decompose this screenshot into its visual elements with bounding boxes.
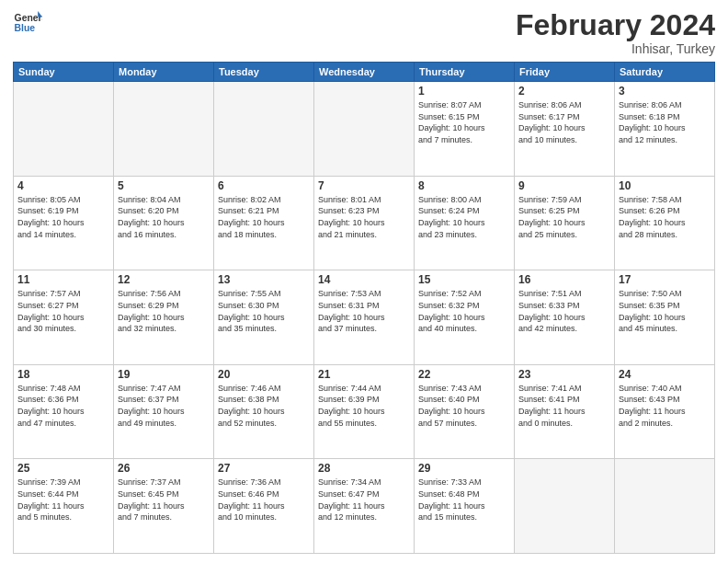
page: General Blue February 2024 Inhisar, Turk…: [0, 0, 728, 563]
table-row: 14Sunrise: 7:53 AMSunset: 6:31 PMDayligh…: [314, 270, 415, 365]
day-number: 14: [318, 273, 410, 286]
day-number: 6: [218, 179, 310, 192]
calendar-week-row: 18Sunrise: 7:48 AMSunset: 6:36 PMDayligh…: [14, 364, 715, 459]
day-info: Sunrise: 7:43 AMSunset: 6:40 PMDaylight:…: [418, 383, 510, 429]
day-number: 8: [418, 179, 510, 192]
table-row: 21Sunrise: 7:44 AMSunset: 6:39 PMDayligh…: [314, 364, 415, 459]
table-row: 5Sunrise: 8:04 AMSunset: 6:20 PMDaylight…: [114, 176, 214, 270]
day-number: 29: [418, 462, 510, 475]
day-number: 28: [318, 462, 410, 475]
day-info: Sunrise: 7:55 AMSunset: 6:30 PMDaylight:…: [218, 288, 310, 334]
day-info: Sunrise: 8:06 AMSunset: 6:18 PMDaylight:…: [619, 99, 711, 145]
day-info: Sunrise: 7:36 AMSunset: 6:46 PMDaylight:…: [218, 477, 310, 523]
day-info: Sunrise: 7:40 AMSunset: 6:43 PMDaylight:…: [619, 383, 711, 429]
table-row: [14, 82, 114, 177]
logo-icon: General Blue: [13, 9, 42, 35]
main-title: February 2024: [516, 9, 715, 41]
day-number: 22: [418, 368, 510, 381]
day-info: Sunrise: 7:59 AMSunset: 6:25 PMDaylight:…: [518, 194, 610, 240]
day-info: Sunrise: 7:56 AMSunset: 6:29 PMDaylight:…: [118, 288, 210, 334]
table-row: 10Sunrise: 7:58 AMSunset: 6:26 PMDayligh…: [615, 176, 715, 270]
header-friday: Friday: [515, 63, 615, 82]
table-row: 3Sunrise: 8:06 AMSunset: 6:18 PMDaylight…: [615, 82, 715, 177]
day-number: 16: [518, 273, 610, 286]
day-number: 19: [118, 368, 210, 381]
subtitle: Inhisar, Turkey: [516, 41, 715, 56]
day-number: 23: [518, 368, 610, 381]
day-number: 12: [118, 273, 210, 286]
table-row: 15Sunrise: 7:52 AMSunset: 6:32 PMDayligh…: [415, 270, 515, 365]
day-info: Sunrise: 7:34 AMSunset: 6:47 PMDaylight:…: [318, 477, 410, 523]
day-info: Sunrise: 7:44 AMSunset: 6:39 PMDaylight:…: [318, 383, 410, 429]
calendar-week-row: 25Sunrise: 7:39 AMSunset: 6:44 PMDayligh…: [14, 459, 715, 554]
table-row: 28Sunrise: 7:34 AMSunset: 6:47 PMDayligh…: [314, 459, 415, 554]
table-row: 23Sunrise: 7:41 AMSunset: 6:41 PMDayligh…: [515, 364, 615, 459]
day-info: Sunrise: 7:52 AMSunset: 6:32 PMDaylight:…: [418, 288, 510, 334]
day-number: 9: [518, 179, 610, 192]
table-row: 16Sunrise: 7:51 AMSunset: 6:33 PMDayligh…: [515, 270, 615, 365]
day-number: 27: [218, 462, 310, 475]
table-row: 6Sunrise: 8:02 AMSunset: 6:21 PMDaylight…: [214, 176, 314, 270]
day-number: 18: [17, 368, 109, 381]
day-info: Sunrise: 7:46 AMSunset: 6:38 PMDaylight:…: [218, 383, 310, 429]
table-row: [214, 82, 314, 177]
day-number: 3: [619, 85, 711, 98]
table-row: 22Sunrise: 7:43 AMSunset: 6:40 PMDayligh…: [415, 364, 515, 459]
day-info: Sunrise: 7:33 AMSunset: 6:48 PMDaylight:…: [418, 477, 510, 523]
day-info: Sunrise: 7:57 AMSunset: 6:27 PMDaylight:…: [17, 288, 109, 334]
table-row: 19Sunrise: 7:47 AMSunset: 6:37 PMDayligh…: [114, 364, 214, 459]
day-info: Sunrise: 8:00 AMSunset: 6:24 PMDaylight:…: [418, 194, 510, 240]
table-row: 20Sunrise: 7:46 AMSunset: 6:38 PMDayligh…: [214, 364, 314, 459]
day-number: 21: [318, 368, 410, 381]
header-sunday: Sunday: [14, 63, 114, 82]
calendar-table: Sunday Monday Tuesday Wednesday Thursday…: [13, 62, 715, 554]
svg-text:Blue: Blue: [15, 23, 36, 33]
header-thursday: Thursday: [415, 63, 515, 82]
day-info: Sunrise: 7:39 AMSunset: 6:44 PMDaylight:…: [17, 477, 109, 523]
day-info: Sunrise: 7:37 AMSunset: 6:45 PMDaylight:…: [118, 477, 210, 523]
day-info: Sunrise: 7:58 AMSunset: 6:26 PMDaylight:…: [619, 194, 711, 240]
day-info: Sunrise: 7:53 AMSunset: 6:31 PMDaylight:…: [318, 288, 410, 334]
day-number: 24: [619, 368, 711, 381]
day-number: 13: [218, 273, 310, 286]
header: General Blue February 2024 Inhisar, Turk…: [13, 9, 715, 56]
day-number: 20: [218, 368, 310, 381]
table-row: 27Sunrise: 7:36 AMSunset: 6:46 PMDayligh…: [214, 459, 314, 554]
header-tuesday: Tuesday: [214, 63, 314, 82]
calendar-week-row: 4Sunrise: 8:05 AMSunset: 6:19 PMDaylight…: [14, 176, 715, 270]
day-number: 11: [17, 273, 109, 286]
title-block: February 2024 Inhisar, Turkey: [516, 9, 715, 56]
table-row: 9Sunrise: 7:59 AMSunset: 6:25 PMDaylight…: [515, 176, 615, 270]
day-number: 2: [518, 85, 610, 98]
day-number: 7: [318, 179, 410, 192]
day-info: Sunrise: 8:05 AMSunset: 6:19 PMDaylight:…: [17, 194, 109, 240]
table-row: 18Sunrise: 7:48 AMSunset: 6:36 PMDayligh…: [14, 364, 114, 459]
table-row: 26Sunrise: 7:37 AMSunset: 6:45 PMDayligh…: [114, 459, 214, 554]
header-monday: Monday: [114, 63, 214, 82]
table-row: [114, 82, 214, 177]
table-row: 1Sunrise: 8:07 AMSunset: 6:15 PMDaylight…: [415, 82, 515, 177]
day-info: Sunrise: 8:01 AMSunset: 6:23 PMDaylight:…: [318, 194, 410, 240]
day-number: 5: [118, 179, 210, 192]
day-number: 26: [118, 462, 210, 475]
table-row: 4Sunrise: 8:05 AMSunset: 6:19 PMDaylight…: [14, 176, 114, 270]
day-info: Sunrise: 7:41 AMSunset: 6:41 PMDaylight:…: [518, 383, 610, 429]
calendar-header-row: Sunday Monday Tuesday Wednesday Thursday…: [14, 63, 715, 82]
day-info: Sunrise: 7:48 AMSunset: 6:36 PMDaylight:…: [17, 383, 109, 429]
day-info: Sunrise: 7:47 AMSunset: 6:37 PMDaylight:…: [118, 383, 210, 429]
day-number: 17: [619, 273, 711, 286]
day-number: 25: [17, 462, 109, 475]
calendar-week-row: 11Sunrise: 7:57 AMSunset: 6:27 PMDayligh…: [14, 270, 715, 365]
day-info: Sunrise: 7:50 AMSunset: 6:35 PMDaylight:…: [619, 288, 711, 334]
table-row: 29Sunrise: 7:33 AMSunset: 6:48 PMDayligh…: [415, 459, 515, 554]
calendar-week-row: 1Sunrise: 8:07 AMSunset: 6:15 PMDaylight…: [14, 82, 715, 177]
table-row: 25Sunrise: 7:39 AMSunset: 6:44 PMDayligh…: [14, 459, 114, 554]
day-number: 4: [17, 179, 109, 192]
table-row: 8Sunrise: 8:00 AMSunset: 6:24 PMDaylight…: [415, 176, 515, 270]
day-info: Sunrise: 8:04 AMSunset: 6:20 PMDaylight:…: [118, 194, 210, 240]
logo: General Blue: [13, 9, 42, 35]
day-info: Sunrise: 8:07 AMSunset: 6:15 PMDaylight:…: [418, 99, 510, 145]
table-row: 11Sunrise: 7:57 AMSunset: 6:27 PMDayligh…: [14, 270, 114, 365]
table-row: [314, 82, 415, 177]
day-number: 15: [418, 273, 510, 286]
